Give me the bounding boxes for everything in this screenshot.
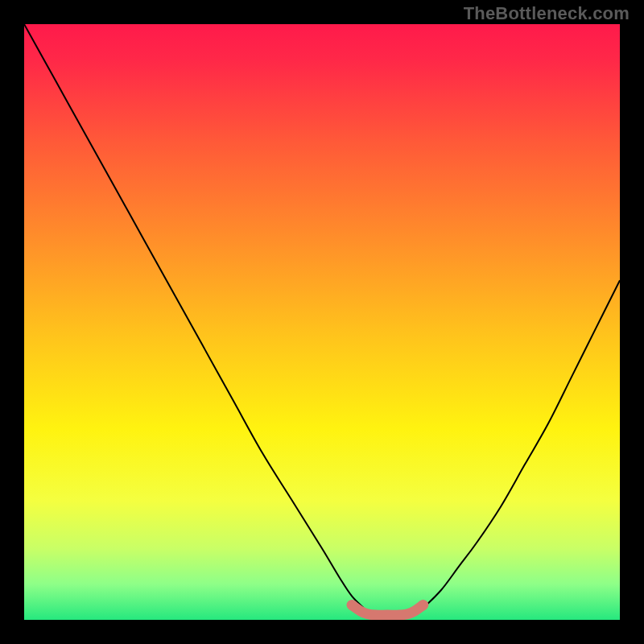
chart-background <box>24 24 620 620</box>
chart-svg <box>24 24 620 620</box>
plot-area <box>24 24 620 620</box>
watermark-text: TheBottleneck.com <box>464 3 630 24</box>
chart-frame: TheBottleneck.com <box>0 0 644 644</box>
